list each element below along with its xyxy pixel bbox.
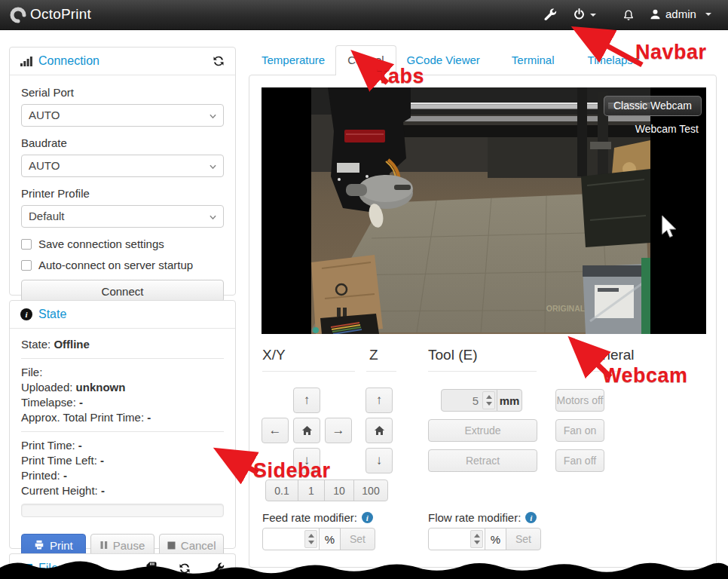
tab-temperature[interactable]: Temperature <box>251 45 335 75</box>
state-panel: i State State: Offline File: Uploaded: u… <box>9 300 236 549</box>
flow-rate-set-button[interactable]: Set <box>506 528 541 550</box>
jog-z-plus-button[interactable]: ↑ <box>366 388 393 413</box>
power-icon <box>573 8 586 21</box>
percent-addon: % <box>319 528 341 550</box>
fan-off-button[interactable]: Fan off <box>555 449 604 472</box>
home-xy-button[interactable] <box>293 418 320 443</box>
sidebar-annotation-label: Sidebar <box>253 459 331 482</box>
navbar-annotation-label: Navbar <box>635 41 707 64</box>
arrow-up-icon: ↑ <box>304 393 310 408</box>
print-button-label: Print <box>50 539 73 552</box>
file-label: File: <box>21 365 224 380</box>
tab-terminal[interactable]: Terminal <box>501 45 565 75</box>
webcam-test-button[interactable]: Webcam Test <box>635 123 699 135</box>
feed-rate-group: % Set <box>262 528 375 550</box>
feed-rate-input[interactable] <box>262 528 320 550</box>
retract-button[interactable]: Retract <box>428 449 537 472</box>
home-z-button[interactable] <box>366 418 393 443</box>
power-dropdown[interactable] <box>573 8 596 21</box>
timelapse-value: - <box>79 396 83 409</box>
notifications-bell-icon[interactable] <box>622 8 635 22</box>
flow-rate-input[interactable] <box>428 528 485 550</box>
sd-card-icon[interactable] <box>146 562 157 574</box>
user-menu[interactable]: admin <box>650 8 711 20</box>
chevron-down-icon <box>210 113 216 120</box>
flow-rate-label: Flow rate modifier: <box>428 511 521 524</box>
cancel-button-label: Cancel <box>181 539 216 552</box>
files-title: Files <box>38 562 64 575</box>
serial-port-select[interactable]: AUTO <box>21 104 224 127</box>
printer-profile-select[interactable]: Default <box>21 205 224 228</box>
feed-rate-label: Feed rate modifier: <box>262 511 357 524</box>
signal-icon <box>20 56 32 66</box>
flow-rate-group: % Set <box>428 528 541 550</box>
current-height-label: Current Height: <box>21 484 98 497</box>
printer-profile-label: Printer Profile <box>21 187 224 200</box>
extrusion-amount-value: 5 <box>442 394 481 407</box>
stop-icon <box>167 541 176 550</box>
step-1-button[interactable]: 1 <box>298 479 325 501</box>
current-height-value: - <box>101 484 105 497</box>
number-stepper[interactable] <box>304 530 317 548</box>
extrude-button[interactable]: Extrude <box>428 419 537 442</box>
list-icon <box>20 563 32 574</box>
pause-button-label: Pause <box>113 539 145 552</box>
jog-x-plus-button[interactable]: → <box>325 418 352 443</box>
refresh-icon[interactable] <box>179 562 191 574</box>
divider <box>21 358 224 359</box>
arrow-down-icon: ↓ <box>376 453 383 468</box>
user-icon <box>650 8 661 20</box>
jog-z-minus-button[interactable]: ↓ <box>366 448 393 473</box>
files-panel-header[interactable]: Files <box>10 554 235 579</box>
settings-wrench-icon[interactable] <box>544 8 557 21</box>
pause-icon <box>100 541 108 550</box>
printer-icon <box>34 540 44 550</box>
chevron-down-icon <box>210 164 216 170</box>
state-panel-header[interactable]: i State <box>10 301 235 329</box>
printed-value: - <box>63 469 67 482</box>
info-icon[interactable]: i <box>362 512 373 523</box>
print-time-left-value: - <box>100 454 104 467</box>
mm-unit-addon: mm <box>497 389 522 412</box>
percent-addon: % <box>485 528 506 550</box>
number-stepper[interactable] <box>470 530 483 548</box>
arrow-up-icon: ↑ <box>376 393 383 408</box>
print-time-left-label: Print Time Left: <box>21 454 97 467</box>
tool-section-header: Tool (E) <box>428 347 537 372</box>
baudrate-select[interactable]: AUTO <box>21 155 224 177</box>
feed-rate-set-button[interactable]: Set <box>340 528 375 550</box>
baudrate-label: Baudrate <box>21 136 224 149</box>
info-icon[interactable]: i <box>525 512 537 523</box>
fan-on-button[interactable]: Fan on <box>555 419 604 442</box>
caret-down-icon <box>590 14 596 17</box>
print-time-label: Print Time: <box>21 439 75 452</box>
refresh-icon[interactable] <box>213 55 225 67</box>
autoconnect-label: Auto-connect on server startup <box>38 259 193 271</box>
caret-down-icon <box>705 13 711 16</box>
divider <box>21 431 224 432</box>
step-0.1-button[interactable]: 0.1 <box>265 479 298 501</box>
step-10-button[interactable]: 10 <box>324 479 354 501</box>
printed-label: Printed: <box>21 469 60 482</box>
wrench-icon[interactable] <box>213 562 225 574</box>
extrusion-amount-input[interactable]: 5 <box>441 389 497 412</box>
jog-x-minus-button[interactable]: ← <box>262 418 289 443</box>
save-settings-label: Save connection settings <box>38 237 164 250</box>
print-progress-bar <box>21 504 224 517</box>
classic-webcam-button[interactable]: Classic Webcam <box>604 96 702 116</box>
connection-panel-header[interactable]: Connection <box>10 47 235 75</box>
jog-y-plus-button[interactable]: ↑ <box>293 388 320 413</box>
motors-off-button[interactable]: Motors off <box>555 389 604 412</box>
save-settings-checkbox[interactable] <box>21 239 32 250</box>
printer-profile-value: Default <box>29 210 65 222</box>
number-stepper[interactable] <box>482 391 495 409</box>
arrow-left-icon: ← <box>269 423 282 438</box>
connect-button[interactable]: Connect <box>21 280 224 302</box>
navbar: OctoPrint admin <box>0 0 728 30</box>
files-panel: Files <box>9 553 236 579</box>
state-value: Offline <box>54 338 90 351</box>
timelapse-label: Timelapse: <box>21 396 76 409</box>
step-100-button[interactable]: 100 <box>353 479 388 501</box>
approx-total-print-time-value: - <box>147 411 151 424</box>
autoconnect-checkbox[interactable] <box>21 260 32 271</box>
